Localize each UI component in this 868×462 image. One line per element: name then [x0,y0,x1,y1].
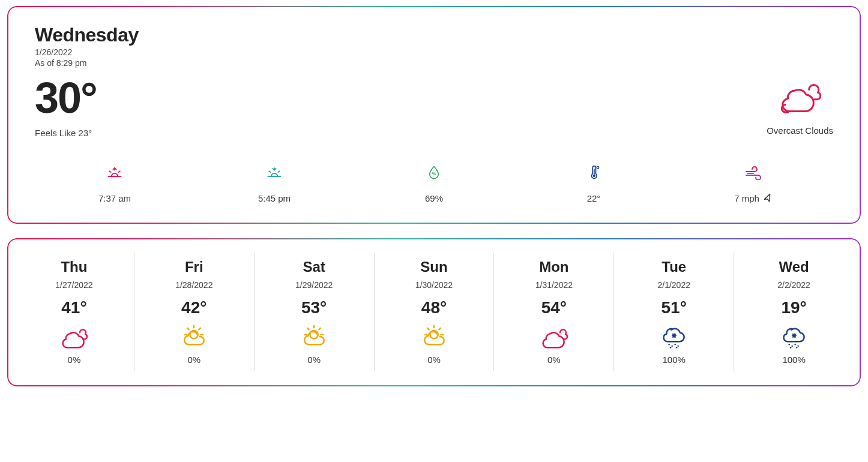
forecast-day-date: 2/1/2022 [657,280,690,290]
forecast-day[interactable]: Mon 1/31/2022 54° 0% [494,253,614,371]
forecast-day-temp: 42° [181,298,206,317]
forecast-day-name: Mon [539,259,568,275]
today-card: Wednesday 1/26/2022 As of 8:29 pm 30° Fe… [7,6,861,224]
forecast-day-precip: 100% [663,355,686,365]
forecast-day[interactable]: Wed 2/2/2022 19° 100% [734,253,854,371]
today-as-of: As of 8:29 pm [35,58,833,68]
forecast-day[interactable]: Sat 1/29/2022 53° 0% [255,253,375,371]
thermometer-icon [584,164,603,180]
forecast-day[interactable]: Thu 1/27/2022 41° 0% [14,253,134,371]
humidity-icon [424,164,444,180]
today-feels-like: Feels Like 23° [35,128,97,138]
forecast-day-date: 1/27/2022 [55,280,92,290]
forecast-day-name: Wed [779,259,809,275]
wind-direction-icon [764,193,773,203]
humidity-value: 69% [425,193,443,203]
few-clouds-icon [178,325,209,349]
forecast-day-precip: 0% [68,355,81,365]
forecast-day-date: 2/2/2022 [777,280,810,290]
forecast-day-name: Tue [662,259,686,275]
sunset-value: 5:45 pm [258,193,291,203]
forecast-day-temp: 19° [781,298,806,317]
sunrise-icon [105,164,124,180]
today-date: 1/26/2022 [35,47,833,57]
today-condition-label: Overcast Clouds [767,125,833,136]
forecast-day-date: 1/31/2022 [535,280,573,290]
snow-icon [659,325,690,349]
forecast-day-name: Sun [420,259,447,275]
forecast-day[interactable]: Fri 1/28/2022 42° 0% [134,253,255,371]
forecast-day[interactable]: Tue 2/1/2022 51° 100% [614,253,734,371]
wind-icon [744,164,763,180]
wind-metric: 7 mph [674,164,833,203]
dew-point-value: 22° [587,193,601,203]
few-clouds-icon [298,325,330,349]
forecast-day-temp: 53° [301,298,327,317]
forecast-day-precip: 100% [782,355,805,365]
few-clouds-icon [418,325,450,349]
forecast-day-name: Sat [303,259,325,275]
forecast-day-temp: 41° [61,298,86,317]
forecast-day-date: 1/28/2022 [175,280,212,290]
scattered-clouds-icon [538,325,570,349]
forecast-day-name: Fri [185,259,203,275]
forecast-day-date: 1/29/2022 [295,280,333,290]
forecast-day-date: 1/30/2022 [415,280,453,290]
wind-value: 7 mph [734,193,759,203]
forecast-day-precip: 0% [187,355,200,365]
overcast-clouds-icon [774,77,826,117]
forecast-card: Thu 1/27/2022 41° 0% Fri 1/28/2022 42° 0… [7,238,861,386]
forecast-day-temp: 48° [421,298,447,317]
sunrise-metric: 7:37 am [35,164,194,203]
sunrise-value: 7:37 am [98,193,131,203]
sunset-icon [265,164,284,180]
humidity-metric: 69% [354,164,514,203]
dew-point-metric: 22° [514,164,674,203]
forecast-day-temp: 54° [541,298,567,317]
forecast-day-precip: 0% [427,355,441,365]
today-day-name: Wednesday [35,24,833,46]
forecast-day-precip: 0% [307,355,321,365]
sunset-metric: 5:45 pm [194,164,354,203]
forecast-day-temp: 51° [662,298,687,317]
forecast-day[interactable]: Sun 1/30/2022 48° 0% [375,253,495,371]
forecast-day-precip: 0% [547,355,561,365]
today-temperature: 30° [35,76,97,119]
forecast-day-name: Thu [61,259,87,275]
scattered-clouds-icon [58,325,89,349]
snow-icon [779,325,810,349]
